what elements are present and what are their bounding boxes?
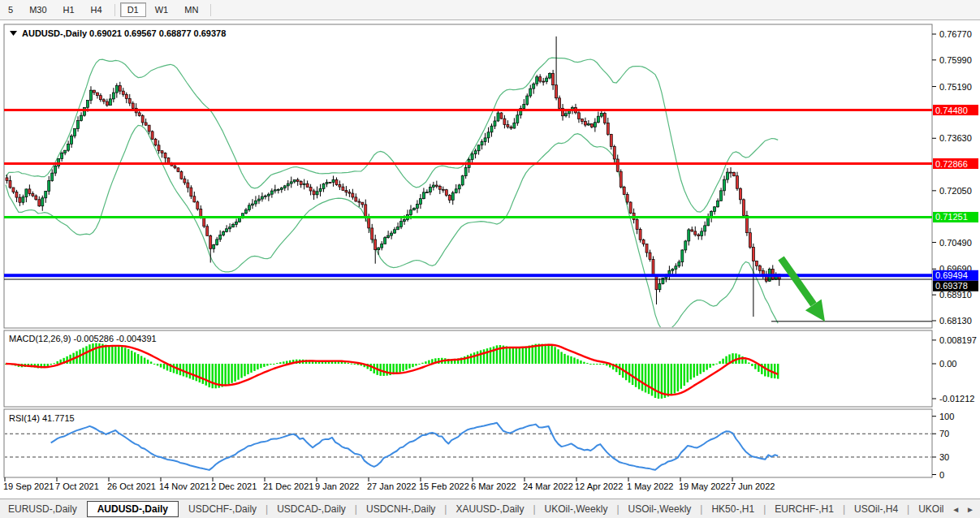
macd-histogram-bar	[648, 364, 650, 394]
macd-histogram-bar	[160, 364, 162, 367]
macd-histogram-bar	[593, 364, 594, 365]
hline-0.71251-badge-text: 0.71251	[935, 212, 968, 222]
tab-audusd-daily[interactable]: AUDUSD-,Daily	[87, 501, 179, 517]
timeframe-button-5[interactable]: 5	[1, 2, 20, 17]
macd-histogram-bar	[118, 346, 119, 364]
macd-histogram-bar	[519, 347, 520, 364]
macd-histogram-bar	[709, 364, 710, 368]
macd-histogram-bar	[263, 364, 265, 367]
macd-histogram-bar	[486, 348, 488, 364]
macd-histogram-bar	[470, 354, 472, 364]
macd-histogram-bar	[641, 364, 643, 391]
macd-histogram-bar	[764, 364, 766, 376]
price-tick: 0.76770	[939, 29, 972, 39]
macd-histogram-bar	[677, 364, 679, 391]
date-tick: 19 Sep 2021	[3, 481, 54, 491]
toolbar-separator	[114, 4, 115, 16]
timeframe-button-H1[interactable]: H1	[56, 2, 82, 17]
macd-histogram-bar	[687, 364, 689, 382]
macd-histogram-bar	[199, 364, 201, 382]
macd-histogram-bar	[563, 354, 565, 364]
tab-strip: EURUSD-,DailyAUDUSD-,DailyUSDCHF-,Daily|…	[0, 501, 970, 517]
macd-histogram-bar	[173, 364, 175, 373]
macd-histogram-bar	[351, 364, 352, 365]
date-tick: 12 Apr 2022	[575, 481, 623, 491]
tab-scroll-left-icon[interactable]: ◄	[948, 505, 963, 514]
macd-histogram-bar	[525, 347, 527, 364]
date-tick: 24 Mar 2022	[523, 481, 573, 491]
macd-histogram-bar	[150, 361, 152, 364]
macd-histogram-bar	[725, 356, 727, 364]
macd-histogram-bar	[382, 364, 384, 376]
macd-histogram-bar	[421, 363, 423, 364]
macd-histogram-bar	[202, 364, 204, 384]
tab-usdcad-daily[interactable]: USDCAD-,Daily	[269, 502, 354, 516]
macd-histogram-bar	[418, 364, 420, 365]
macd-histogram-bar	[127, 349, 129, 364]
timeframe-button-M30[interactable]: M30	[22, 2, 54, 17]
date-tick: 26 Oct 2021	[107, 481, 156, 491]
macd-histogram-bar	[702, 364, 704, 372]
main-price-pane	[4, 24, 932, 328]
timeframe-button-W1[interactable]: W1	[148, 2, 176, 17]
macd-histogram-bar	[671, 364, 672, 395]
tab-scroll-right-icon[interactable]: ►	[963, 505, 978, 514]
date-tick: 19 May 2022	[679, 481, 731, 491]
macd-histogram-bar	[92, 343, 93, 364]
macd-histogram-bar	[547, 344, 549, 364]
tab-hk50-h1[interactable]: HK50-,H1	[703, 502, 762, 516]
tab-eurchf-h1[interactable]: EURCHF-,H1	[766, 502, 842, 516]
tab-ukoil-weekly[interactable]: UKOil-,Weekly	[537, 502, 616, 516]
tab-eurusd-daily[interactable]: EURUSD-,Daily	[0, 502, 85, 516]
macd-histogram-bar	[719, 361, 720, 364]
macd-histogram-bar	[483, 349, 485, 364]
macd-histogram-bar	[111, 345, 113, 364]
macd-histogram-bar	[554, 347, 555, 364]
macd-histogram-bar	[205, 364, 207, 386]
rsi-axis-tick: 100	[939, 412, 954, 421]
tab-usoil-h4[interactable]: USOil-,H4	[846, 502, 906, 516]
toolbar-separator	[210, 4, 211, 16]
macd-histogram-bar	[774, 364, 775, 378]
macd-axis-tick: -0.01212	[939, 394, 974, 404]
date-tick: 7 Oct 2021	[55, 481, 99, 491]
timeframe-button-D1[interactable]: D1	[120, 2, 146, 17]
macd-histogram-bar	[777, 364, 779, 379]
tab-usdchf-daily[interactable]: USDCHF-,Daily	[180, 502, 265, 516]
tab-xauusd-daily[interactable]: XAUUSD-,Daily	[447, 502, 532, 516]
macd-histogram-bar	[286, 361, 287, 364]
timeframe-button-MN[interactable]: MN	[177, 2, 205, 17]
macd-histogram-bar	[522, 347, 524, 364]
macd-histogram-bar	[706, 364, 707, 370]
macd-histogram-bar	[157, 364, 158, 365]
tab-usdcnh-daily[interactable]: USDCNH-,Daily	[358, 502, 443, 516]
macd-histogram-bar	[144, 358, 145, 364]
macd-histogram-bar	[253, 364, 255, 371]
chart-title: AUDUSD-,Daily 0.69021 0.69567 0.68877 0.…	[22, 28, 226, 38]
macd-histogram-bar	[473, 352, 475, 364]
macd-histogram-bar	[480, 350, 481, 364]
macd-histogram-bar	[667, 364, 669, 396]
timeframe-button-H4[interactable]: H4	[84, 2, 110, 17]
macd-histogram-bar	[428, 360, 430, 364]
macd-histogram-bar	[532, 345, 533, 364]
macd-histogram-bar	[412, 364, 413, 367]
chart-area: 0.767700.759900.751900.736300.720500.704…	[0, 19, 980, 499]
macd-histogram-bar	[89, 344, 90, 364]
macd-histogram-bar	[589, 364, 591, 365]
macd-histogram-bar	[257, 364, 258, 369]
tab-usoil-weekly[interactable]: USOil-,Weekly	[620, 502, 700, 516]
rsi-pane	[4, 409, 932, 477]
macd-histogram-bar	[602, 364, 604, 365]
macd-histogram-bar	[477, 352, 478, 364]
macd-histogram-bar	[715, 364, 717, 365]
macd-histogram-bar	[580, 360, 581, 364]
macd-histogram-bar	[557, 349, 559, 364]
macd-histogram-bar	[221, 364, 222, 387]
macd-histogram-bar	[658, 364, 659, 399]
macd-histogram-bar	[754, 364, 756, 369]
macd-histogram-bar	[134, 352, 136, 364]
macd-histogram-bar	[645, 364, 646, 392]
macd-histogram-bar	[270, 364, 271, 365]
macd-histogram-bar	[54, 363, 55, 364]
